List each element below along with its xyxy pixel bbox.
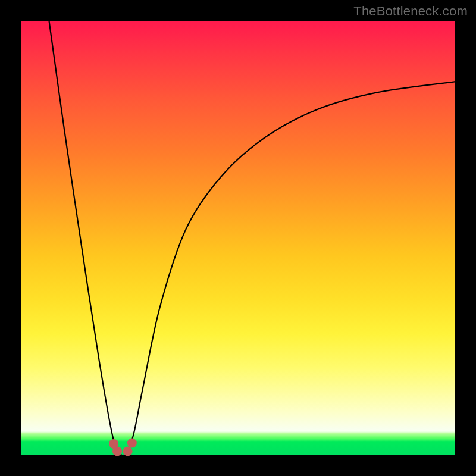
chart-frame: TheBottleneck.com bbox=[0, 0, 476, 476]
watermark-text: TheBottleneck.com bbox=[353, 4, 468, 19]
curve-path bbox=[49, 21, 455, 455]
plot-area bbox=[21, 21, 455, 455]
min-marker-1 bbox=[112, 446, 122, 456]
bottleneck-curve bbox=[21, 21, 455, 455]
min-marker-2 bbox=[123, 446, 133, 456]
min-marker-3 bbox=[127, 439, 137, 448]
